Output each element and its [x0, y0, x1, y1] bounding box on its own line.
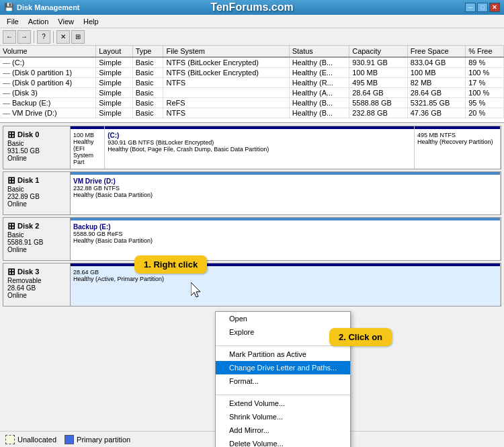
title-bar: 💾 Disk Management TenForums.com ─ □ ✕ — [0, 0, 504, 15]
toolbar-btn-3[interactable]: ✕ — [56, 30, 70, 44]
disk-section: ⊞ Disk 1 Basic 232.89 GB Online VM Drive… — [3, 171, 501, 215]
context-menu-item[interactable]: Delete Volume... — [216, 437, 350, 447]
disk-section: ⊞ Disk 3 Removable 28.64 GB Online 28.64… — [3, 263, 501, 307]
cell-fs: NTFS — [163, 108, 289, 118]
toolbar: ← → ? ✕ ⊞ — [0, 28, 504, 46]
col-capacity: Capacity — [349, 46, 407, 57]
cell-pct: 17 % — [466, 78, 504, 88]
context-menu-item[interactable]: Format... — [216, 374, 350, 388]
col-volume: Volume — [0, 46, 96, 57]
cell-type: Basic — [132, 108, 163, 118]
partition-block[interactable]: (C:) 930.91 GB NTFS (BitLocker Encrypted… — [105, 126, 415, 169]
cell-pct: 89 % — [466, 57, 504, 68]
cell-free: 5321.85 GB — [407, 98, 465, 108]
table-row[interactable]: —(Disk 0 partition 4) Simple Basic NTFS … — [0, 78, 504, 88]
cell-free: 100 MB — [407, 68, 465, 78]
cell-capacity: 232.88 GB — [349, 108, 407, 118]
cell-type: Basic — [132, 68, 163, 78]
context-menu-item[interactable] — [216, 388, 350, 393]
col-status: Status — [289, 46, 349, 57]
table-row[interactable]: —(Disk 0 partition 1) Simple Basic NTFS … — [0, 68, 504, 78]
cell-fs: NTFS (BitLocker Encrypted) — [163, 68, 289, 78]
cell-layout: Simple — [96, 88, 132, 98]
cell-fs: NTFS — [163, 78, 289, 88]
menu-bar: File Action View Help — [0, 15, 504, 28]
cell-capacity: 495 MB — [349, 78, 407, 88]
disk-label-3: ⊞ Disk 3 Removable 28.64 GB Online — [3, 263, 70, 307]
menu-action[interactable]: Action — [24, 17, 53, 26]
col-type: Type — [132, 46, 163, 57]
partition-block[interactable]: 100 MB Healthy (EFI System Part — [71, 126, 105, 169]
cell-pct: 20 % — [466, 108, 504, 118]
cell-pct: 95 % — [466, 98, 504, 108]
close-button[interactable]: ✕ — [489, 3, 500, 12]
context-menu-separator — [216, 395, 350, 395]
table-row[interactable]: —(Disk 3) Simple Basic Healthy (A... 28.… — [0, 88, 504, 98]
partition-block[interactable]: VM Drive (D:) 232.88 GB NTFS Healthy (Ba… — [71, 172, 501, 214]
toolbar-btn-help[interactable]: ? — [37, 30, 50, 44]
context-menu-item[interactable]: Add Mirror... — [216, 423, 350, 437]
toolbar-sep-2 — [53, 31, 54, 43]
window-title: Disk Management — [17, 3, 80, 11]
legend-primary-box — [65, 435, 74, 444]
minimize-button[interactable]: ─ — [465, 3, 476, 12]
disk-partitions-2: Backup (E:) 5588.90 GB ReFS Healthy (Bas… — [70, 217, 501, 261]
cell-volume: —(C:) — [0, 57, 96, 68]
legend-unalloc-label: Unallocated — [17, 436, 56, 444]
context-menu-item[interactable]: Open — [216, 312, 350, 325]
cell-layout: Simple — [96, 78, 132, 88]
col-pct: % Free — [466, 46, 504, 57]
cell-capacity: 930.91 GB — [349, 57, 407, 68]
col-free: Free Space — [407, 46, 465, 57]
cell-volume: —Backup (E:) — [0, 98, 96, 108]
legend-primary-label: Primary partition — [77, 436, 130, 444]
cell-status: Healthy (B... — [289, 98, 349, 108]
cell-type: Basic — [132, 98, 163, 108]
menu-help[interactable]: Help — [79, 17, 103, 26]
legend-primary: Primary partition — [65, 435, 130, 444]
table-row[interactable]: —VM Drive (D:) Simple Basic NTFS Healthy… — [0, 108, 504, 118]
disk-label-1: ⊞ Disk 1 Basic 232.89 GB Online — [3, 171, 70, 215]
cell-status: Healthy (B... — [289, 108, 349, 118]
cell-fs: ReFS — [163, 98, 289, 108]
svg-marker-0 — [191, 282, 200, 297]
cell-capacity: 5588.88 GB — [349, 98, 407, 108]
cell-free: 82 MB — [407, 78, 465, 88]
cell-volume: —(Disk 3) — [0, 88, 96, 98]
restore-button[interactable]: □ — [477, 3, 488, 12]
cell-status: Healthy (B... — [289, 57, 349, 68]
context-menu-item[interactable]: Extend Volume... — [216, 397, 350, 410]
partition-block[interactable]: Backup (E:) 5588.90 GB ReFS Healthy (Bas… — [71, 218, 501, 260]
context-menu-item[interactable]: Mark Partition as Active — [216, 348, 350, 361]
toolbar-btn-1[interactable]: ← — [3, 30, 16, 44]
col-layout: Layout — [96, 46, 132, 57]
table-row[interactable]: —(C:) Simple Basic NTFS (BitLocker Encry… — [0, 57, 504, 68]
menu-file[interactable]: File — [3, 17, 23, 26]
cell-status: Healthy (R... — [289, 78, 349, 88]
disk-table: Volume Layout Type File System Status Ca… — [0, 46, 504, 118]
context-menu-item[interactable]: Shrink Volume... — [216, 410, 350, 423]
cell-layout: Simple — [96, 68, 132, 78]
cell-capacity: 100 MB — [349, 68, 407, 78]
cell-free: 833.04 GB — [407, 57, 465, 68]
partition-block[interactable]: 495 MB NTFS Healthy (Recovery Partition) — [415, 126, 501, 169]
legend-unallocated: Unallocated — [5, 435, 56, 444]
toolbar-btn-4[interactable]: ⊞ — [71, 30, 85, 44]
cell-layout: Simple — [96, 57, 132, 68]
cell-layout: Simple — [96, 108, 132, 118]
table-row[interactable]: —Backup (E:) Simple Basic ReFS Healthy (… — [0, 98, 504, 108]
cell-pct: 100 % — [466, 88, 504, 98]
context-menu-item[interactable]: Change Drive Letter and Paths... — [216, 361, 350, 374]
cell-fs: NTFS (BitLocker Encrypted) — [163, 57, 289, 68]
menu-view[interactable]: View — [54, 17, 78, 26]
watermark: TenForums.com — [210, 1, 293, 13]
disk-table-container: Volume Layout Type File System Status Ca… — [0, 46, 504, 123]
disk-label-0: ⊞ Disk 0 Basic 931.50 GB Online — [3, 126, 70, 169]
disk-label-2: ⊞ Disk 2 Basic 5588.91 GB Online — [3, 217, 70, 261]
disk-partitions-1: VM Drive (D:) 232.88 GB NTFS Healthy (Ba… — [70, 171, 501, 215]
cell-free: 28.64 GB — [407, 88, 465, 98]
toolbar-btn-2[interactable]: → — [17, 30, 31, 44]
cell-volume: —(Disk 0 partition 1) — [0, 68, 96, 78]
cell-type: Basic — [132, 78, 163, 88]
cell-layout: Simple — [96, 98, 132, 108]
